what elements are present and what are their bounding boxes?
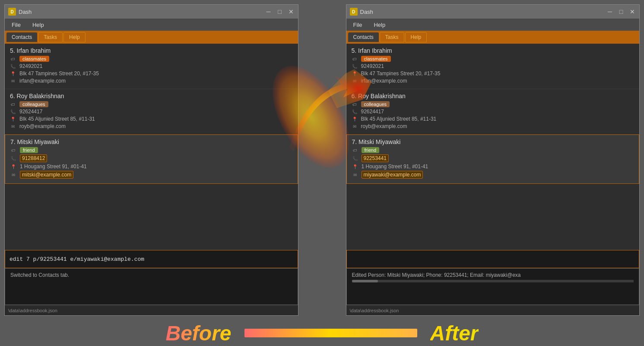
right-contact-7-email: ✉ miyawaki@example.com (352, 171, 634, 179)
left-app-icon: D (8, 8, 16, 16)
email-icon: ✉ (352, 123, 358, 129)
left-output-text: Switched to Contacts tab. (10, 272, 69, 278)
left-tab-help[interactable]: Help (63, 32, 86, 42)
left-contact-5-tag: classmates (19, 56, 49, 62)
before-after-bar (244, 329, 417, 337)
left-contact-5-address: 📍 Blk 47 Tampines Street 20, #17-35 (10, 70, 293, 77)
right-contact-7-email-value: miyawaki@example.com (362, 171, 423, 179)
right-menu-file[interactable]: File (351, 21, 365, 29)
email-icon: ✉ (10, 172, 16, 178)
left-contact-7-address: 📍 1 Hougang Street 91, #01-41 (10, 163, 292, 170)
left-contact-7-tag-row: 🏷 friend (10, 147, 292, 153)
right-contact-7-address: 📍 1 Hougang Street 91, #01-41 (352, 163, 634, 170)
right-contact-5-email: ✉ irfan@example.com (352, 78, 634, 84)
right-contact-6: 6. Roy Balakrishnan 🏷 colleagues 📞 92624… (346, 89, 640, 135)
address-icon: 📍 (352, 70, 358, 77)
right-window: D Dash ─ □ ✕ File Help Contacts Tasks He… (346, 4, 640, 316)
right-title-bar: D Dash ─ □ ✕ (346, 5, 640, 19)
tag-icon: 🏷 (352, 101, 358, 107)
phone-icon: 📞 (10, 109, 16, 115)
right-tab-contacts[interactable]: Contacts (348, 32, 379, 42)
tag-icon: 🏷 (10, 56, 16, 62)
after-label: After (430, 321, 479, 345)
right-contact-6-address: 📍 Blk 45 Aljunied Street 85, #11-31 (352, 116, 634, 122)
right-close-button[interactable]: ✕ (629, 8, 636, 15)
right-contact-6-tag-row: 🏷 colleagues (352, 101, 634, 107)
left-contact-5-tag-row: 🏷 classmates (10, 56, 293, 62)
right-menu-help[interactable]: Help (371, 21, 388, 29)
left-contact-7: 7. Mitski Miyawaki 🏷 friend 📞 91288412 📍… (5, 135, 298, 184)
right-output-area: Edited Person: Mitski Miyawaki; Phone: 9… (346, 268, 640, 305)
left-close-button[interactable]: ✕ (288, 8, 295, 15)
left-contact-5-phone: 📞 92492021 (10, 63, 293, 69)
left-contact-5: 5. Irfan Ibrahim 🏷 classmates 📞 92492021… (5, 44, 298, 89)
left-tab-contacts[interactable]: Contacts (6, 32, 37, 42)
right-minimize-button[interactable]: ─ (606, 8, 613, 15)
left-contact-6-address: 📍 Blk 45 Aljunied Street 85, #11-31 (10, 116, 293, 122)
left-title-bar-left: D Dash (8, 8, 32, 16)
left-menu-bar: File Help (5, 19, 298, 31)
left-contact-6-tag: colleagues (19, 101, 48, 107)
left-contact-5-name: 5. Irfan Ibrahim (10, 47, 293, 54)
right-contact-5-tag: classmates (361, 56, 391, 62)
right-contact-5-name: 5. Irfan Ibrahim (352, 47, 634, 54)
left-output-area: Switched to Contacts tab. (5, 268, 298, 305)
email-icon: ✉ (352, 172, 358, 178)
tag-icon: 🏷 (10, 101, 16, 107)
left-status-text: \data\addressbook.json (8, 308, 57, 313)
right-window-controls: ─ □ ✕ (606, 8, 636, 15)
left-maximize-button[interactable]: □ (276, 8, 283, 15)
right-status-bar: \data\addressbook.json (346, 305, 640, 315)
right-contact-5-address: 📍 Blk 47 Tampines Street 20, #17-35 (352, 70, 634, 77)
phone-icon: 📞 (10, 63, 16, 69)
phone-icon: 📞 (10, 155, 16, 161)
phone-icon: 📞 (352, 155, 358, 161)
phone-icon: 📞 (352, 63, 358, 69)
left-title-bar: D Dash ─ □ ✕ (5, 5, 298, 19)
email-icon: ✉ (10, 123, 16, 129)
right-title-bar-left: D Dash (350, 8, 373, 16)
right-app-icon: D (350, 8, 358, 16)
left-minimize-button[interactable]: ─ (265, 8, 272, 15)
right-tab-tasks[interactable]: Tasks (380, 32, 404, 42)
left-menu-file[interactable]: File (9, 21, 23, 29)
right-contact-6-phone: 📞 92624417 (352, 109, 634, 115)
tag-icon: 🏷 (352, 147, 358, 153)
right-menu-bar: File Help (346, 19, 640, 31)
left-contacts-list: 5. Irfan Ibrahim 🏷 classmates 📞 92492021… (5, 44, 298, 250)
right-contact-7-tag: friend (362, 147, 380, 153)
right-scrollbar-thumb (352, 280, 378, 282)
left-menu-help[interactable]: Help (30, 21, 47, 29)
left-contact-7-email-value: mitski@example.com (20, 171, 73, 179)
right-contact-7: 7. Mitski Miyawaki 🏷 friend 📞 92253441 📍… (346, 135, 640, 184)
address-icon: 📍 (10, 116, 16, 122)
email-icon: ✉ (10, 78, 16, 84)
left-contact-6-phone: 📞 92624417 (10, 109, 293, 115)
left-tab-tasks[interactable]: Tasks (38, 32, 63, 42)
address-icon: 📍 (352, 163, 358, 170)
left-contact-5-email: ✉ irfan@example.com (10, 78, 293, 84)
address-icon: 📍 (352, 116, 358, 122)
right-command-input[interactable] (351, 256, 635, 263)
left-contact-7-phone-value: 91288412 (20, 154, 47, 162)
left-command-input[interactable] (10, 256, 293, 263)
bottom-labels-area: Before After (0, 320, 644, 346)
left-tab-bar: Contacts Tasks Help (5, 31, 298, 44)
left-contact-6-name: 6. Roy Balakrishnan (10, 93, 293, 99)
left-contact-6-tag-row: 🏷 colleagues (10, 101, 293, 107)
right-maximize-button[interactable]: □ (618, 8, 625, 15)
left-status-bar: \data\addressbook.json (5, 305, 298, 315)
right-contact-7-name: 7. Mitski Miyawaki (352, 138, 634, 145)
left-window-controls: ─ □ ✕ (265, 8, 295, 15)
right-contact-7-tag-row: 🏷 friend (352, 147, 634, 153)
right-tab-help[interactable]: Help (405, 32, 427, 42)
tag-icon: 🏷 (10, 147, 16, 153)
left-command-input-area (5, 250, 298, 268)
right-command-input-area (346, 250, 640, 268)
right-output-scrollbar[interactable] (352, 280, 634, 282)
right-contact-5: 5. Irfan Ibrahim 🏷 classmates 📞 92492021… (346, 44, 640, 89)
right-contact-6-name: 6. Roy Balakrishnan (352, 93, 634, 99)
address-icon: 📍 (10, 70, 16, 77)
right-contact-5-tag-row: 🏷 classmates (352, 56, 634, 62)
right-contact-6-email: ✉ royb@example.com (352, 123, 634, 129)
